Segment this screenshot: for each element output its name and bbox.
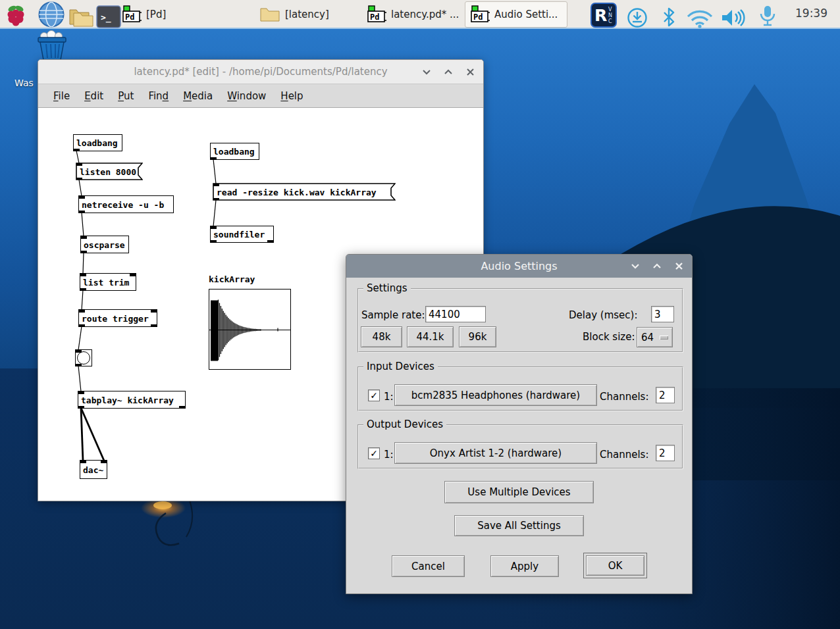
maximize-button[interactable] [652, 261, 662, 272]
pd-titlebar[interactable]: latency.pd* [edit] - /home/pi/Documents/… [38, 60, 483, 84]
svg-text:V: V [608, 7, 612, 13]
wastebasket-icon[interactable] [34, 30, 70, 63]
menu-edit[interactable]: Edit [77, 90, 111, 102]
patch-cord[interactable] [78, 326, 82, 350]
apply-button[interactable]: Apply [490, 555, 559, 577]
bang-circle [77, 351, 90, 365]
kickarray-graph[interactable] [209, 289, 291, 370]
patch-cord[interactable] [83, 253, 84, 274]
taskbar-window-latency-folder[interactable]: [latency] [255, 1, 333, 28]
delay-input[interactable] [651, 306, 674, 322]
volume-tray-icon[interactable] [720, 5, 749, 31]
patch-cord[interactable] [79, 180, 82, 196]
ok-button[interactable]: OK [586, 555, 644, 576]
output-channels-input[interactable] [656, 445, 675, 461]
rate-48k-button[interactable]: 48k [361, 326, 402, 347]
menu-media[interactable]: Media [176, 90, 220, 102]
pd-box-text: dac~ [83, 465, 103, 474]
patch-cord[interactable] [81, 408, 104, 461]
input-index-label: 1: [384, 391, 394, 403]
output-channels-label: Channels: [600, 449, 648, 461]
taskbar-window-label: latency.pd* ... [391, 9, 459, 20]
pd-object-route[interactable]: route trigger [78, 309, 157, 327]
output-device-button[interactable]: Onyx Artist 1-2 (hardware) [394, 442, 597, 464]
lantern-flame [153, 501, 172, 509]
wifi-tray-icon[interactable] [685, 5, 715, 32]
patch-cord[interactable] [81, 408, 83, 461]
outlet [267, 240, 273, 243]
outlet [74, 149, 80, 151]
block-size-value: 64 [641, 332, 654, 343]
rate-96k-button[interactable]: 96k [459, 326, 496, 347]
pd-box-text: soundfiler [213, 230, 265, 239]
close-button[interactable] [465, 66, 475, 77]
file-manager-icon[interactable] [68, 4, 95, 30]
delay-label: Delay (msec): [569, 309, 637, 321]
pd-object-tabplay[interactable]: tabplay~ kickArray [78, 391, 186, 409]
pd-object-soundfiler[interactable]: soundfiler [210, 226, 274, 243]
vnc-tray-icon[interactable]: R V N C [591, 2, 617, 28]
input-device-button[interactable]: bcm2835 Headphones (hardware) [394, 384, 597, 406]
menu-put[interactable]: Put [111, 90, 141, 102]
bluetooth-tray-icon[interactable] [661, 4, 678, 30]
pd-message-listen[interactable]: listen 8000 [76, 163, 143, 180]
web-browser-icon[interactable] [37, 1, 66, 28]
patch-cord[interactable] [213, 159, 216, 184]
pd-object-dac[interactable]: dac~ [80, 460, 107, 479]
patch-cord[interactable] [213, 200, 216, 226]
taskbar-window-latency-pd[interactable]: Pd latency.pd* ... [362, 1, 463, 28]
svg-text:C: C [608, 18, 612, 24]
svg-text:Pd: Pd [125, 13, 134, 22]
patch-cord[interactable] [78, 366, 81, 391]
pd-message-readmsg[interactable]: read -resize kick.wav kickArray [213, 183, 396, 201]
input-device-checkbox[interactable]: ✓ [368, 390, 380, 401]
block-size-dropdown[interactable]: 64 [637, 327, 673, 347]
shade-button[interactable] [630, 261, 641, 272]
patch-cord[interactable] [82, 213, 84, 236]
output-device-checkbox[interactable]: ✓ [368, 447, 380, 459]
microphone-tray-icon[interactable] [758, 3, 777, 30]
updates-tray-icon[interactable] [627, 5, 648, 31]
inlet [76, 350, 82, 353]
maximize-button[interactable] [443, 66, 454, 77]
pd-object-loadbang1[interactable]: loadbang [73, 134, 122, 151]
menu-find[interactable]: Find [141, 90, 176, 102]
inlet [80, 274, 86, 276]
patch-cord[interactable] [82, 290, 83, 310]
pd-object-listtrim[interactable]: list trim [80, 273, 136, 291]
inlet [80, 461, 86, 463]
cancel-button[interactable]: Cancel [392, 555, 465, 577]
folder-icon [259, 5, 280, 24]
input-channels-input[interactable] [656, 387, 675, 403]
inlet [79, 310, 85, 313]
svg-text:R: R [594, 6, 607, 25]
save-all-settings-button[interactable]: Save All Settings [454, 515, 584, 536]
pd-object-oscparse[interactable]: oscparse [80, 236, 129, 253]
menu-raspberry-icon[interactable] [3, 1, 28, 28]
pd-bang-bang[interactable] [75, 349, 92, 366]
pd-object-loadbang2[interactable]: loadbang [210, 143, 259, 160]
sample-rate-input[interactable] [425, 306, 486, 322]
wastebasket-label: Was [14, 78, 34, 88]
menu-help[interactable]: Help [273, 90, 310, 102]
shade-button[interactable] [421, 66, 432, 77]
taskbar-window-pd[interactable]: Pd [Pd] [117, 1, 170, 28]
output-devices-legend: Output Devices [363, 418, 446, 430]
pd-box-text: read -resize kick.wav kickArray [217, 187, 377, 197]
rate-44k-button[interactable]: 44.1k [407, 326, 454, 347]
svg-text:N: N [608, 13, 612, 18]
checkmark-icon: ✓ [370, 448, 378, 459]
use-multiple-devices-button[interactable]: Use Multiple Devices [444, 481, 594, 503]
menu-window[interactable]: Window [220, 90, 273, 102]
dialog-titlebar[interactable]: Audio Settings [346, 255, 692, 278]
inlet [78, 391, 84, 394]
patch-cord[interactable] [76, 151, 79, 163]
taskbar-window-audio-settings[interactable]: Pd Audio Setti... [465, 1, 567, 28]
clock[interactable]: 19:39 [795, 7, 827, 20]
menu-file[interactable]: File [46, 90, 77, 102]
pd-object-netreceive[interactable]: netreceive -u -b [78, 195, 174, 213]
svg-text:Pd: Pd [473, 13, 483, 22]
close-button[interactable] [673, 261, 684, 272]
taskbar-window-label: [latency] [285, 9, 329, 20]
svg-text:>_: >_ [101, 13, 111, 23]
